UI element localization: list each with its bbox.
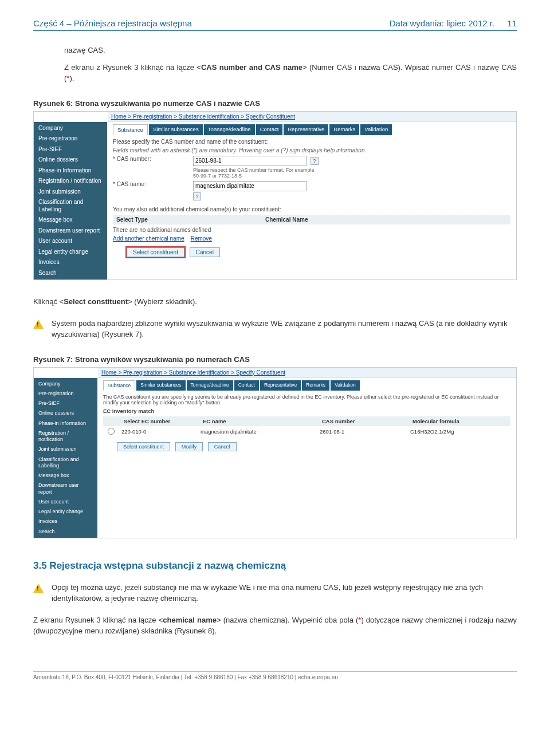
sidebar-item[interactable]: Registration / notification	[34, 428, 97, 445]
intro-text-a: Z ekranu z Rysunek 3 kliknąć na łącze <	[64, 63, 201, 72]
sidebar-item[interactable]: Legal entity change	[34, 247, 107, 258]
col-ec-number: Select EC number	[121, 418, 201, 424]
col-molecular-formula: Molecular formula	[410, 418, 508, 424]
warning-1: System poda najbardziej zbliżone wyniki …	[33, 318, 517, 340]
issue-date: Data wydania: lipiec 2012 r.	[390, 18, 494, 28]
click-text-a: Kliknąć <	[33, 297, 64, 306]
tab-substance[interactable]: Substance	[113, 124, 148, 135]
tab-similar[interactable]: Similar substances	[136, 380, 185, 391]
tab-contact[interactable]: Contact	[256, 124, 283, 135]
col-chemical-name: Chemical Name	[265, 216, 308, 223]
select-constituent-button[interactable]: Select constituent	[117, 442, 170, 451]
additional-names-note: You may also add additional chemical nam…	[113, 206, 510, 212]
main-panel: Substance Similar substances Tonnage/dea…	[107, 122, 516, 280]
sidebar-item[interactable]: Invoices	[34, 517, 97, 526]
tab-substance[interactable]: Substance	[103, 380, 135, 391]
sidebar-item[interactable]: Legal entity change	[34, 507, 97, 517]
sidebar-item[interactable]: Company	[34, 123, 107, 134]
cell-ec-name: magnesium dipalmitate	[198, 428, 317, 435]
tab-bar: Substance Similar substances Tonnage/dea…	[103, 380, 510, 391]
cancel-button[interactable]: Cancel	[190, 247, 220, 257]
tab-validation[interactable]: Validation	[360, 124, 392, 135]
cas-name-label: * CAS name:	[113, 181, 193, 187]
paragraph-intro: Z ekranu z Rysunek 3 kliknąć na łącze <C…	[64, 62, 517, 84]
select-constituent-button[interactable]: Select constituent	[127, 247, 184, 257]
intro-text-d: ).	[69, 74, 74, 82]
click-text-b: Select constituent	[64, 297, 128, 306]
sidebar-item[interactable]: Registration / notification	[34, 176, 107, 187]
sidebar-item[interactable]: User account	[34, 497, 97, 507]
tab-similar[interactable]: Similar substances	[149, 124, 203, 135]
sidebar-item[interactable]: Search	[34, 268, 107, 279]
sidebar-item[interactable]: Message box	[34, 215, 107, 226]
col-select-type: Select Type	[116, 216, 265, 223]
cas-name-input[interactable]	[193, 181, 307, 191]
cas-number-row: * CAS number: ? Please respect the CAS n…	[113, 156, 510, 179]
sidebar-item[interactable]: Pre-registration	[34, 133, 107, 144]
cell-formula: C16H32O2.1/2Mg	[408, 428, 510, 435]
figure-7-screenshot: Home > Pre-registration > Substance iden…	[33, 367, 517, 538]
result-radio[interactable]	[108, 428, 115, 435]
sidebar-item[interactable]: Company	[34, 379, 97, 389]
help-icon[interactable]: ?	[193, 192, 201, 200]
tab-representative[interactable]: Representative	[260, 380, 301, 391]
add-name-link[interactable]: Add another chemical name	[113, 235, 184, 242]
modify-button[interactable]: Modify	[175, 442, 203, 451]
main-panel: Substance Similar substances Tonnage/dea…	[97, 378, 516, 538]
page-header: Część 4 – Późniejsza rejestracja wstępna…	[33, 18, 517, 31]
last-text-c: > (nazwa chemiczna). Wypełnić oba pola (	[217, 616, 358, 624]
page-number: 11	[507, 18, 517, 28]
sidebar-item[interactable]: Phase-in Information	[34, 419, 97, 428]
cancel-button[interactable]: Cancel	[208, 442, 237, 451]
sidebar-item[interactable]: Downstream user report	[34, 481, 97, 497]
warning-2-text: Opcji tej można użyć, jeżeli substancji …	[52, 582, 517, 604]
cas-number-input[interactable]	[193, 156, 307, 166]
sidebar-item[interactable]: Phase-in Information	[34, 166, 107, 176]
already-registered-note: The CAS constituent you are specifying s…	[103, 394, 510, 405]
sidebar-item[interactable]: Joint submission	[34, 444, 97, 454]
tab-tonnage[interactable]: Tonnage/deadline	[187, 380, 233, 391]
breadcrumb[interactable]: Home > Pre-registration > Substance iden…	[108, 112, 516, 122]
col-radio	[105, 418, 121, 424]
click-text-c: > (Wybierz składnik).	[128, 297, 197, 306]
tab-validation[interactable]: Validation	[331, 380, 360, 391]
tab-representative[interactable]: Representative	[284, 124, 328, 135]
result-row: 220-010-0 magnesium dipalmitate 2601-98-…	[103, 426, 510, 438]
sidebar-item[interactable]: Downstream user report	[34, 226, 107, 237]
figure-6-screenshot: Home > Pre-registration > Substance iden…	[33, 111, 517, 281]
sidebar-item[interactable]: Search	[34, 527, 97, 537]
sidebar-item[interactable]: Message box	[34, 471, 97, 481]
sidebar-item[interactable]: Classification and Labelling	[34, 197, 107, 215]
sidebar-item[interactable]: Pre-SIEF	[34, 144, 107, 155]
click-select-line: Kliknąć <Select constituent> (Wybierz sk…	[33, 296, 517, 308]
help-icon[interactable]: ?	[311, 157, 319, 165]
paragraph-last: Z ekranu Rysunek 3 kliknąć na łącze <che…	[33, 615, 517, 637]
cas-number-hint: Please respect the CAS number format. Fo…	[193, 167, 319, 179]
sidebar-item[interactable]: Joint submission	[34, 187, 107, 198]
header-right: Data wydania: lipiec 2012 r. 11	[390, 18, 517, 28]
sidebar-item[interactable]: Online dossiers	[34, 155, 107, 166]
sidebar-item[interactable]: Invoices	[34, 257, 107, 268]
breadcrumb[interactable]: Home > Pre-registration > Substance iden…	[98, 368, 516, 378]
cas-number-label: * CAS number:	[113, 156, 193, 162]
sidebar-item[interactable]: Online dossiers	[34, 408, 97, 418]
remove-name-link[interactable]: Remove	[191, 235, 212, 242]
figure-7-title: Rysunek 7: Strona wyników wyszukiwania p…	[33, 355, 517, 364]
results-table-header: Select EC number EC name CAS number Mole…	[103, 416, 510, 426]
intro-link-label: CAS number and CAS name	[201, 63, 302, 72]
tab-remarks[interactable]: Remarks	[302, 380, 329, 391]
mandatory-note: Fields marked with an asterisk (*) are m…	[113, 147, 510, 153]
sidebar-nav: Company Pre-registration Pre-SIEF Online…	[34, 122, 107, 280]
sidebar-item[interactable]: Pre-registration	[34, 389, 97, 399]
tab-contact[interactable]: Contact	[234, 380, 259, 391]
no-names-row: There are no additional names defined	[113, 227, 510, 233]
sidebar-item[interactable]: Pre-SIEF	[34, 399, 97, 408]
tab-tonnage[interactable]: Tonnage/deadline	[204, 124, 255, 135]
page-footer: Annankatu 18, P.O. Box 400, FI-00121 Hel…	[33, 671, 517, 680]
warning-icon	[33, 584, 44, 593]
sidebar-item[interactable]: User account	[34, 236, 107, 247]
prompt-text: Please specify the CAS number and name o…	[113, 139, 510, 145]
tab-bar: Substance Similar substances Tonnage/dea…	[113, 124, 510, 135]
sidebar-item[interactable]: Classification and Labelling	[34, 455, 97, 471]
tab-remarks[interactable]: Remarks	[329, 124, 359, 135]
